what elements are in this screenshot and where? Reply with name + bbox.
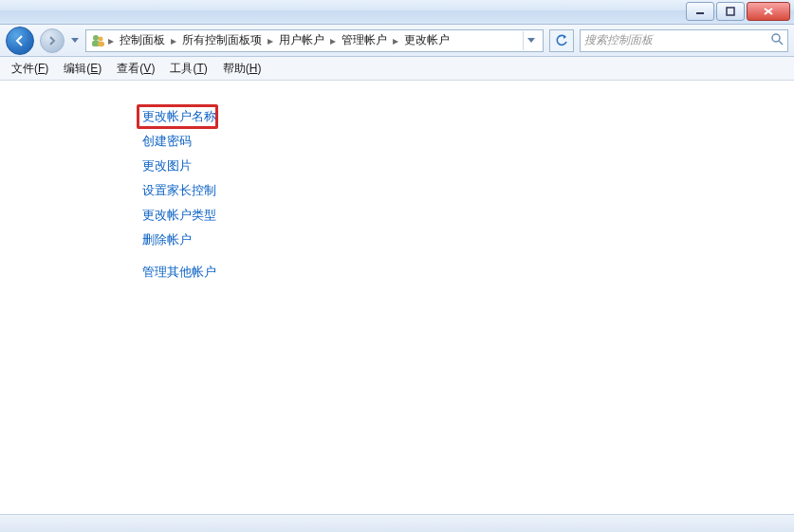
link-change-picture[interactable]: 更改图片 [142, 158, 192, 174]
menu-label: 文件 [11, 62, 34, 75]
breadcrumb-separator: ▸ [329, 34, 337, 47]
control-panel-window: ▸ 控制面板 ▸ 所有控制面板项 ▸ 用户帐户 ▸ 管理帐户 ▸ 更改帐户 搜索… [0, 0, 794, 532]
breadcrumb-separator: ▸ [107, 34, 115, 47]
menu-tools[interactable]: 工具(T) [164, 59, 212, 79]
navigation-bar: ▸ 控制面板 ▸ 所有控制面板项 ▸ 用户帐户 ▸ 管理帐户 ▸ 更改帐户 搜索… [0, 25, 794, 57]
link-delete-account[interactable]: 删除帐户 [142, 232, 192, 248]
svg-line-9 [779, 41, 783, 45]
forward-button[interactable] [40, 28, 65, 53]
history-dropdown[interactable] [70, 33, 80, 48]
menu-file[interactable]: 文件(F) [6, 59, 54, 79]
breadcrumb-separator: ▸ [267, 34, 274, 47]
menu-bar: 文件(F) 编辑(E) 查看(V) 工具(T) 帮助(H) [0, 57, 794, 81]
address-dropdown[interactable] [523, 31, 539, 50]
menu-hotkey: V [143, 62, 151, 75]
breadcrumb[interactable]: 用户帐户 [276, 32, 327, 48]
refresh-button[interactable] [549, 29, 574, 52]
link-change-account-name[interactable]: 更改帐户名称 [142, 109, 216, 125]
menu-label: 工具 [170, 62, 193, 75]
address-bar[interactable]: ▸ 控制面板 ▸ 所有控制面板项 ▸ 用户帐户 ▸ 管理帐户 ▸ 更改帐户 [85, 29, 544, 52]
close-button[interactable] [747, 2, 790, 21]
link-change-account-type[interactable]: 更改帐户类型 [142, 208, 216, 224]
titlebar [0, 0, 794, 25]
status-bar [0, 514, 794, 532]
svg-point-8 [772, 34, 780, 42]
breadcrumb[interactable]: 控制面板 [117, 32, 168, 48]
breadcrumb[interactable]: 管理帐户 [339, 32, 390, 48]
refresh-icon [555, 34, 568, 47]
breadcrumb[interactable]: 所有控制面板项 [179, 32, 265, 48]
maximize-button[interactable] [716, 2, 745, 21]
search-icon [770, 32, 784, 48]
minimize-button[interactable] [686, 2, 714, 21]
menu-hotkey: H [249, 62, 258, 75]
content-area: 更改帐户名称 创建密码 更改图片 设置家长控制 更改帐户类型 删除帐户 管理其他… [0, 81, 794, 281]
menu-hotkey: T [196, 62, 203, 75]
close-icon [763, 7, 774, 16]
maximize-icon [726, 7, 735, 16]
menu-edit[interactable]: 编辑(E) [58, 59, 107, 79]
menu-help[interactable]: 帮助(H) [217, 59, 268, 79]
arrow-left-icon [13, 34, 27, 47]
svg-rect-7 [98, 42, 104, 46]
search-placeholder: 搜索控制面板 [584, 32, 653, 48]
arrow-right-icon [46, 35, 58, 46]
account-action-list: 更改帐户名称 创建密码 更改图片 设置家长控制 更改帐户类型 删除帐户 管理其他… [142, 109, 794, 281]
chevron-down-icon [71, 38, 79, 44]
menu-view[interactable]: 查看(V) [111, 59, 160, 79]
link-parental-controls[interactable]: 设置家长控制 [142, 183, 216, 199]
svg-point-4 [93, 35, 99, 41]
svg-point-6 [99, 36, 103, 41]
menu-hotkey: F [38, 62, 45, 75]
user-accounts-icon [90, 33, 105, 48]
svg-rect-1 [727, 8, 734, 15]
menu-hotkey: E [90, 62, 98, 75]
back-button[interactable] [6, 27, 34, 55]
menu-label: 编辑 [64, 62, 86, 75]
breadcrumb[interactable]: 更改帐户 [401, 32, 452, 48]
menu-label: 帮助 [223, 62, 246, 75]
breadcrumb-separator: ▸ [170, 34, 177, 47]
minimize-icon [695, 7, 705, 16]
chevron-down-icon [527, 38, 535, 44]
link-manage-other-accounts[interactable]: 管理其他帐户 [142, 265, 216, 281]
link-create-password[interactable]: 创建密码 [142, 134, 192, 150]
search-box[interactable]: 搜索控制面板 [580, 29, 788, 52]
menu-label: 查看 [117, 62, 139, 75]
breadcrumb-separator: ▸ [392, 34, 399, 47]
